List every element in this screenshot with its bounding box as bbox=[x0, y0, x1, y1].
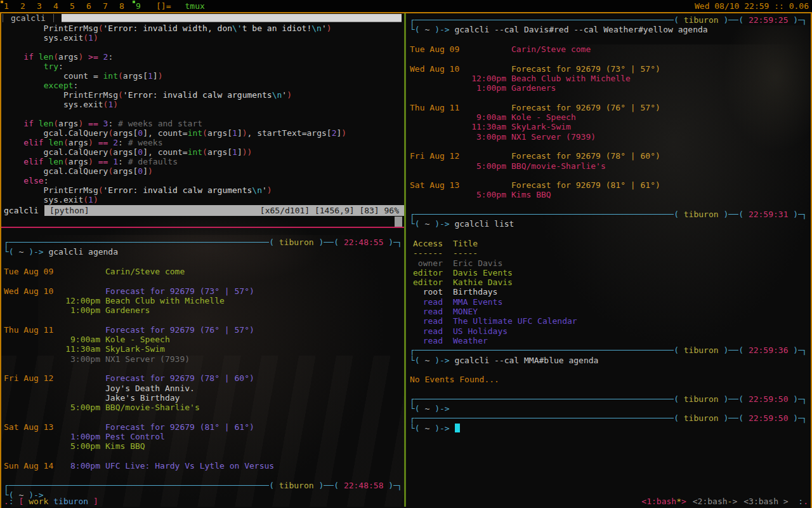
agenda-desc: Forecast for 92679 (73° | 57°) bbox=[105, 286, 254, 296]
agenda-desc: Carin/Steve come bbox=[511, 44, 591, 54]
vim-scrollbar-thumb[interactable] bbox=[395, 217, 402, 227]
code-segment: 'Error: invalid calw arguments bbox=[103, 185, 252, 195]
command-text: gcalcli --cal MMA#blue agenda bbox=[454, 356, 598, 365]
agenda-row: 3:00pmNX1 Server (7939) bbox=[410, 132, 807, 142]
agenda-desc: Forecast for 92679 (81° | 61°) bbox=[511, 180, 660, 190]
header-rule bbox=[415, 20, 674, 20]
tmux-window-item-3[interactable]: <3:bash > bbox=[743, 497, 788, 506]
code-line: gcal.CalQuery(args[0], count=int(args[1]… bbox=[4, 147, 346, 157]
code-segment: args[ bbox=[123, 71, 148, 81]
prompt-header: ┌( tiburon )( 22:48:58 )┐ bbox=[4, 480, 402, 490]
list-access: read bbox=[412, 307, 443, 316]
dwm-tag-7[interactable]: 7 bbox=[103, 1, 119, 11]
agenda-time bbox=[466, 44, 506, 54]
code-segment: ( bbox=[202, 147, 207, 157]
dwm-tag-1[interactable]: 1 bbox=[4, 1, 20, 11]
dwm-tag-2[interactable]: 2 bbox=[20, 1, 37, 11]
list-access: read bbox=[412, 316, 443, 326]
dwm-tag-9[interactable]: 9 bbox=[136, 1, 152, 11]
agenda-desc: Pest Control bbox=[105, 432, 165, 441]
code-segment: ] bbox=[143, 166, 148, 176]
agenda-row: 1:00pmGardeners bbox=[4, 305, 402, 315]
code-segment bbox=[4, 138, 23, 147]
paren: ) bbox=[789, 413, 799, 423]
box-hook: ┐ bbox=[802, 345, 807, 355]
list-title: The Ultimate UFC Calendar bbox=[453, 316, 577, 326]
dwm-tag-3[interactable]: 3 bbox=[37, 1, 53, 11]
dwm-clock: Wed 08/10 22:59 :: 0.06 bbox=[695, 1, 809, 11]
header-rule bbox=[728, 399, 738, 399]
paren: ) bbox=[719, 210, 729, 219]
code-segment: ) bbox=[242, 128, 247, 138]
code-segment: 1 bbox=[113, 157, 118, 166]
left-terminal-pane[interactable]: ┌( tiburon )( 22:48:55 )┐└( ~ )-> gcalcl… bbox=[4, 237, 402, 500]
dwm-tag-indicator bbox=[133, 1, 135, 3]
code-segment: \n bbox=[311, 23, 322, 33]
agenda-time: 9:00am bbox=[466, 112, 506, 122]
prompt-line: └( ~ )-> bbox=[410, 423, 807, 432]
paren: ( bbox=[334, 237, 344, 247]
prompt-arrow: )-> bbox=[429, 356, 454, 365]
right-terminal-pane[interactable]: ┌( tiburon )( 22:59:25 )┐└( ~ )-> gcalcl… bbox=[410, 15, 807, 433]
code-segment: try bbox=[44, 62, 58, 71]
agenda-time bbox=[60, 384, 100, 393]
agenda-row: 12:00pmBeach Club with Michelle bbox=[4, 296, 402, 305]
spacer-text bbox=[88, 497, 93, 506]
agenda-row: Joy's Death Anniv. bbox=[4, 383, 402, 392]
code-segment: ] bbox=[237, 147, 242, 157]
list-access: read bbox=[412, 326, 443, 336]
agenda-time: 3:00pm bbox=[466, 132, 506, 142]
vim-pane[interactable]: gcalcli PrintErrMsg('Error: invalid widt… bbox=[1, 13, 404, 227]
code-segment: args bbox=[69, 157, 88, 166]
code-line: count = int(args[1]) bbox=[4, 71, 346, 81]
tmux-session-label: work bbox=[29, 497, 48, 506]
header-rule bbox=[415, 399, 674, 399]
paren: ) bbox=[789, 345, 799, 355]
agenda-row: Wed Aug 10 Forecast for 92679 (73° | 57°… bbox=[4, 286, 402, 295]
code-segment: 'Error: invalid width, don bbox=[103, 23, 233, 33]
pane-divider-horizontal[interactable] bbox=[1, 227, 404, 228]
dwm-tag-4[interactable]: 4 bbox=[53, 1, 70, 11]
prompt-line: └( ~ )-> bbox=[410, 404, 807, 413]
agenda-date bbox=[4, 432, 60, 441]
code-segment: sys.exit bbox=[4, 195, 83, 204]
agenda-desc: Gardeners bbox=[511, 83, 556, 93]
agenda-date: Tue Aug 09 bbox=[4, 267, 60, 276]
agenda-desc: BBQ/movie-Sharlie's bbox=[105, 403, 200, 412]
agenda-desc: SkyLark-Swim bbox=[511, 122, 571, 131]
code-segment bbox=[4, 119, 23, 128]
paren: ) bbox=[789, 210, 799, 219]
box-corner: └ bbox=[410, 424, 415, 433]
list-access: read bbox=[412, 297, 443, 307]
prompt-cwd: ~ bbox=[424, 404, 429, 413]
list-title: Weather bbox=[453, 336, 488, 345]
dwm-layout-indicator[interactable]: []= bbox=[156, 1, 171, 11]
vim-tab-label[interactable]: gcalcli bbox=[3, 14, 54, 22]
agenda-desc: Forecast for 92679 (81° | 61°) bbox=[105, 422, 254, 432]
code-segment: args bbox=[58, 119, 78, 128]
code-segment: >= bbox=[88, 52, 98, 62]
spacer-text bbox=[789, 497, 799, 506]
code-line: PrintErrMsg('Error: invalid calw argumen… bbox=[4, 185, 346, 195]
code-segment: elif bbox=[23, 157, 43, 166]
pane-divider-vertical[interactable] bbox=[404, 13, 406, 507]
agenda-desc: Beach Club with Michelle bbox=[105, 296, 225, 305]
command-text: gcalcli --cal Davis#red --cal Weather#ye… bbox=[454, 25, 707, 34]
paren: ( bbox=[738, 15, 749, 25]
code-line bbox=[4, 109, 346, 119]
paren: ( bbox=[674, 15, 684, 25]
tmux-window-item-1[interactable]: <1:bash*> bbox=[641, 497, 686, 506]
dwm-tag-6[interactable]: 6 bbox=[86, 1, 103, 11]
agenda-row: 5:00pmKims BBQ bbox=[4, 441, 402, 451]
code-segment bbox=[93, 138, 98, 147]
agenda-date bbox=[4, 335, 60, 344]
agenda-desc: NX1 Server (7939) bbox=[511, 132, 596, 142]
agenda-row: Sat Aug 13 Forecast for 92679 (81° | 61°… bbox=[410, 180, 807, 190]
code-line: gcal.CalQuery(args[0], count=int(args[1]… bbox=[4, 128, 346, 138]
prompt-line: └( ~ )-> gcalcli list bbox=[410, 219, 807, 229]
tmux-window-item-2[interactable]: <2:bash-> bbox=[693, 497, 737, 506]
code-segment: 1 bbox=[232, 128, 237, 138]
tmux-statusbar: .: [ work tiburon ] <1:bash*><2:bash-><3… bbox=[4, 496, 808, 507]
dwm-tag-5[interactable]: 5 bbox=[70, 1, 86, 11]
code-segment: ( bbox=[202, 128, 207, 138]
